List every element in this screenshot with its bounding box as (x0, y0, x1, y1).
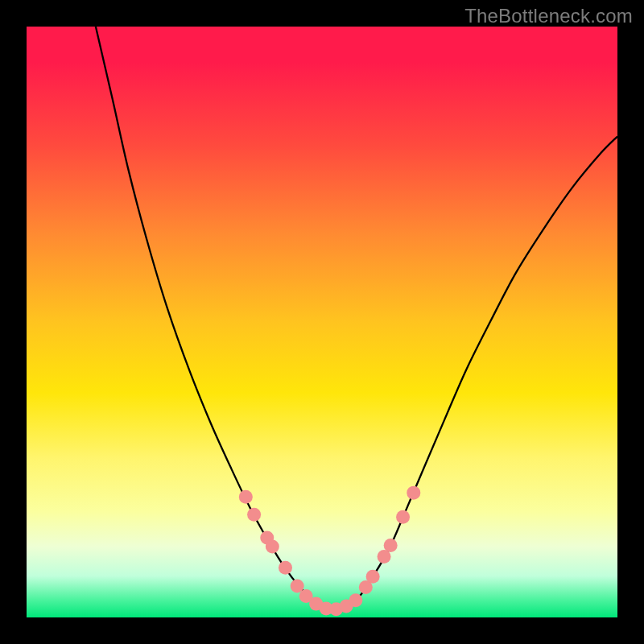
marker-dot (266, 539, 279, 553)
marker-dot (349, 593, 362, 607)
outer-frame: TheBottleneck.com (0, 0, 644, 644)
watermark-text: TheBottleneck.com (464, 5, 633, 27)
marker-dot (279, 561, 292, 575)
bottleneck-curve (96, 27, 617, 610)
marker-dot (407, 486, 420, 500)
marker-dot (384, 539, 398, 552)
marker-dot (366, 570, 380, 584)
marker-dot (239, 490, 253, 504)
chart-svg (27, 27, 617, 617)
marker-dot (396, 510, 410, 524)
marker-dots (239, 486, 420, 617)
plot-area (27, 27, 617, 617)
curve-group (96, 27, 617, 610)
marker-dot (247, 508, 261, 522)
